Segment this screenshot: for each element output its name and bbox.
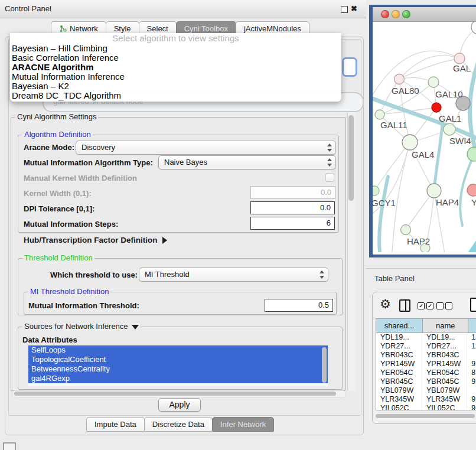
- settings-hscrollbar-thumb[interactable]: [14, 392, 336, 396]
- table-cell[interactable]: 13: [467, 333, 476, 342]
- table-cell[interactable]: [467, 386, 476, 395]
- network-node-gal1[interactable]: [432, 103, 441, 112]
- network-edge-highlighted[interactable]: [379, 177, 388, 252]
- minimized-panel-icon[interactable]: [3, 442, 16, 450]
- dpi-tolerance-field[interactable]: 0.0: [250, 201, 335, 214]
- network-node-gcy1[interactable]: [373, 186, 379, 195]
- table-cell[interactable]: YPR145W: [422, 360, 467, 369]
- table-row[interactable]: YPR145WYPR145W9.: [376, 360, 476, 369]
- checked-checkbox-icon[interactable]: ✓: [426, 302, 433, 309]
- table-cell[interactable]: YLR345W: [422, 395, 467, 404]
- list-scrollbar-thumb[interactable]: [322, 347, 327, 383]
- attribute-item-gal4rgexp[interactable]: gal4RGexp: [28, 374, 328, 383]
- table-cell[interactable]: 9.: [467, 377, 476, 386]
- column-header-name[interactable]: name: [423, 319, 468, 332]
- unchecked-checkbox-icon[interactable]: [436, 302, 444, 309]
- table-cell[interactable]: 9.: [467, 395, 476, 404]
- table-cell[interactable]: YBR045C: [422, 377, 467, 386]
- close-button[interactable]: [381, 10, 389, 18]
- split-column-icon[interactable]: [399, 299, 410, 312]
- table-cell[interactable]: YIL052C: [376, 404, 422, 410]
- which-threshold-combo[interactable]: MI Threshold: [139, 268, 328, 282]
- close-icon[interactable]: ✖: [351, 4, 357, 13]
- tab-infer-network[interactable]: Infer Network: [212, 417, 274, 432]
- network-node-gal4[interactable]: [402, 135, 418, 150]
- table-cell[interactable]: 9.: [467, 360, 476, 369]
- float-window-icon[interactable]: [341, 6, 348, 13]
- table-cell[interactable]: YBL079W: [422, 386, 467, 395]
- table-cell[interactable]: YBR043C: [376, 351, 422, 360]
- network-node-hap2[interactable]: [401, 225, 411, 235]
- table-cell[interactable]: YDR27...: [376, 342, 422, 351]
- network-node-swi4[interactable]: [444, 123, 455, 135]
- tab-impute-data[interactable]: Impute Data: [86, 417, 145, 432]
- table-row[interactable]: YDL19...YDL19...13: [376, 333, 476, 342]
- minimize-button[interactable]: [392, 10, 400, 18]
- algorithm-option-aracne-algorithm[interactable]: ARACNE Algorithm: [10, 63, 341, 72]
- network-edge[interactable]: [399, 56, 459, 79]
- algorithm-option-bayesian-k2[interactable]: Bayesian – K2: [10, 81, 341, 91]
- network-node-gal[interactable]: [454, 53, 465, 64]
- algorithm-option-mutual-information-inference[interactable]: Mutual Information Inference: [10, 72, 341, 81]
- network-node-gal10[interactable]: [428, 77, 439, 87]
- table-cell[interactable]: YDR27...: [422, 342, 467, 351]
- table-cell[interactable]: YDL19...: [422, 333, 467, 342]
- table-row[interactable]: YBR043CYBR043C: [376, 351, 476, 360]
- table-cell[interactable]: 12: [467, 342, 476, 351]
- kernel-width-field[interactable]: 0.0: [250, 186, 335, 199]
- network-node-y[interactable]: [467, 184, 476, 196]
- checked-checkbox-icon[interactable]: ✓: [418, 302, 425, 309]
- panel-divider: [366, 268, 476, 269]
- table-row[interactable]: YIL052CYIL052C9.: [376, 404, 476, 410]
- attribute-item-betweennesscentrality[interactable]: BetweennessCentrality: [28, 364, 328, 374]
- aracne-mode-combo[interactable]: Discovery: [76, 141, 336, 155]
- table-cell[interactable]: YDL19...: [376, 333, 422, 342]
- table-cell[interactable]: YBR045C: [376, 377, 422, 386]
- table-row[interactable]: YDR27...YDR27...12: [376, 342, 476, 351]
- attribute-item-selfloops[interactable]: SelfLoops: [28, 345, 328, 355]
- tab-discretize-data[interactable]: Discretize Data: [144, 417, 213, 432]
- mi-threshold-field[interactable]: 0.5: [265, 299, 333, 312]
- table-cell[interactable]: YBR043C: [422, 351, 467, 360]
- algorithm-option-basic-correlation-inference[interactable]: Basic Correlation Inference: [10, 53, 341, 63]
- table-cell[interactable]: YIL052C: [422, 404, 467, 410]
- zoom-button[interactable]: [402, 10, 410, 18]
- network-canvas[interactable]: GALGAL80GAL10GAL1SWI4GAL11GAL4GCY1HAP4YH…: [373, 22, 476, 252]
- settings-vscrollbar-thumb[interactable]: [348, 115, 354, 201]
- network-node[interactable]: [467, 147, 476, 161]
- table-cell[interactable]: YER054C: [422, 369, 467, 377]
- table-cell[interactable]: 8.: [467, 369, 476, 377]
- table-cell[interactable]: YBL079W: [376, 386, 422, 395]
- hub-definition-toggle[interactable]: Hub/Transcription Factor Definition: [24, 236, 167, 244]
- column-header-shared[interactable]: shared...: [376, 319, 423, 332]
- table-cell[interactable]: [467, 351, 476, 360]
- table-row[interactable]: YBL079WYBL079W: [376, 386, 476, 395]
- unchecked-checkbox-icon[interactable]: [445, 302, 452, 309]
- table-hscrollbar-thumb[interactable]: [376, 414, 475, 418]
- column-header-a[interactable]: A: [468, 319, 476, 332]
- manual-kernel-width-checkbox[interactable]: [325, 173, 334, 182]
- document-icon[interactable]: [470, 298, 476, 312]
- algorithm-option-dream8-dc-tdc-algorithm[interactable]: Dream8 DC_TDC Algorithm: [10, 91, 341, 100]
- network-node-gal80[interactable]: [395, 74, 405, 84]
- table-cell[interactable]: YER054C: [376, 369, 422, 377]
- network-node-gal11[interactable]: [375, 110, 384, 119]
- attribute-item-topologicalcoefficient[interactable]: TopologicalCoefficient: [28, 355, 328, 364]
- table-row[interactable]: YLR345WYLR345W9.: [376, 395, 476, 404]
- network-edge-highlighted[interactable]: [460, 227, 476, 252]
- network-edge[interactable]: [374, 142, 410, 191]
- table-cell[interactable]: YLR345W: [376, 395, 422, 404]
- mi-steps-field[interactable]: 6: [250, 217, 335, 230]
- table-row[interactable]: YER054CYER054C8.: [376, 369, 476, 377]
- mi-algorithm-type-combo[interactable]: Naive Bayes: [158, 155, 336, 169]
- gear-icon[interactable]: ⚙: [380, 297, 391, 311]
- sources-title[interactable]: Sources for Network Inference: [22, 322, 141, 331]
- network-edge[interactable]: [399, 58, 459, 79]
- network-node-hap4[interactable]: [427, 184, 441, 198]
- network-window-titlebar[interactable]: [373, 7, 476, 22]
- table-cell[interactable]: YPR145W: [376, 360, 422, 369]
- table-row[interactable]: YBR045CYBR045C9.: [376, 377, 476, 386]
- apply-button[interactable]: Apply: [158, 398, 201, 412]
- table-cell[interactable]: 9.: [467, 404, 476, 410]
- algorithm-option-bayesian-hill-climbing[interactable]: Bayesian – Hill Climbing: [10, 44, 341, 53]
